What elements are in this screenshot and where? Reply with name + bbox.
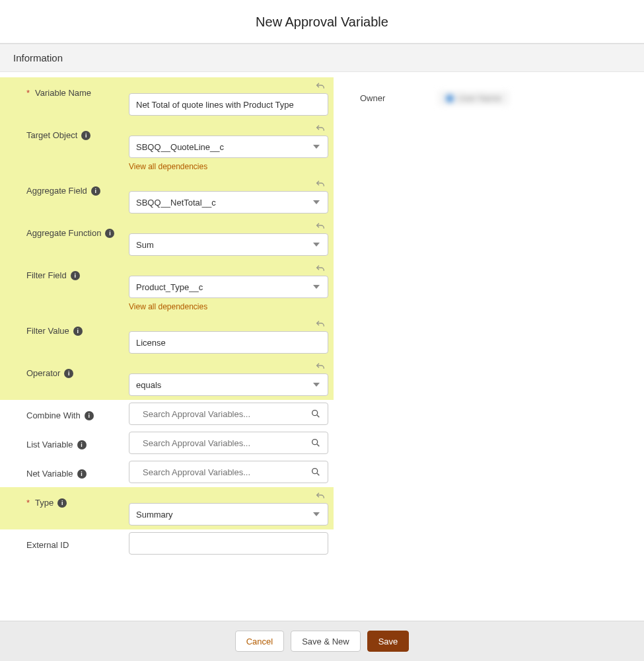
net-variable-lookup[interactable]: [129, 461, 328, 483]
aggregate-function-value: Sum: [136, 240, 154, 250]
row-owner: Owner User Name: [360, 91, 631, 106]
search-icon: [310, 408, 321, 419]
label-aggregate-field: Aggregate Field: [26, 186, 87, 196]
list-variable-input[interactable]: [136, 432, 310, 453]
avatar: [446, 95, 454, 102]
label-external-id: External ID: [26, 540, 69, 550]
info-icon[interactable]: i: [81, 131, 90, 140]
row-type: * Type i Summary: [0, 487, 334, 529]
required-mark: *: [26, 498, 30, 508]
undo-icon[interactable]: [315, 362, 326, 372]
info-icon[interactable]: i: [77, 440, 87, 449]
operator-select[interactable]: equals: [129, 373, 328, 396]
form-body: * Variable Name Target Object i: [0, 72, 644, 598]
target-object-value: SBQQ__QuoteLine__c: [136, 142, 224, 152]
label-filter-value: Filter Value: [26, 326, 69, 336]
label-owner: Owner: [360, 93, 385, 103]
label-operator: Operator: [26, 368, 60, 378]
list-variable-lookup[interactable]: [129, 432, 328, 454]
target-object-select[interactable]: SBQQ__QuoteLine__c: [129, 136, 328, 158]
svg-line-3: [317, 444, 319, 446]
chevron-down-icon: [313, 243, 320, 247]
row-list-variable: List Variable i: [0, 429, 334, 458]
net-variable-input[interactable]: [136, 461, 310, 483]
row-filter-field: Filter Field i Product_Type__c View all …: [0, 260, 334, 315]
undo-icon[interactable]: [315, 179, 326, 190]
row-operator: Operator i equals: [0, 358, 334, 400]
svg-point-0: [312, 410, 318, 416]
external-id-input[interactable]: [129, 532, 328, 555]
filter-field-select[interactable]: Product_Type__c: [129, 276, 328, 298]
undo-icon[interactable]: [315, 81, 326, 92]
row-aggregate-field: Aggregate Field i SBQQ__NetTotal__c: [0, 175, 334, 217]
row-variable-name: * Variable Name: [0, 77, 334, 120]
info-icon[interactable]: i: [73, 327, 83, 336]
info-icon[interactable]: i: [91, 186, 100, 196]
row-filter-value: Filter Value i: [0, 315, 334, 358]
label-aggregate-function: Aggregate Function: [26, 228, 101, 238]
row-aggregate-function: Aggregate Function i Sum: [0, 217, 334, 260]
row-target-object: Target Object i SBQQ__QuoteLine__c View …: [0, 120, 334, 175]
svg-line-1: [317, 415, 319, 417]
info-icon[interactable]: i: [77, 469, 87, 479]
undo-icon[interactable]: [315, 264, 326, 274]
operator-value: equals: [136, 380, 161, 390]
svg-line-5: [317, 473, 319, 475]
view-dependencies-link[interactable]: View all dependencies: [129, 162, 207, 171]
chevron-down-icon: [313, 383, 320, 387]
filter-value-input[interactable]: [129, 331, 328, 354]
owner-value: User Name: [438, 91, 509, 106]
type-select[interactable]: Summary: [129, 503, 328, 525]
aggregate-function-select[interactable]: Sum: [129, 233, 328, 256]
undo-icon[interactable]: [315, 221, 326, 232]
combine-with-input[interactable]: [136, 403, 310, 424]
undo-icon[interactable]: [315, 491, 326, 502]
info-icon[interactable]: i: [64, 369, 73, 378]
view-dependencies-link[interactable]: View all dependencies: [129, 302, 207, 311]
row-net-variable: Net Variable i: [0, 458, 334, 487]
combine-with-lookup[interactable]: [129, 403, 328, 425]
svg-point-4: [312, 469, 318, 474]
filter-field-value: Product_Type__c: [136, 282, 203, 292]
chevron-down-icon: [313, 512, 320, 516]
row-external-id: External ID: [0, 529, 334, 559]
label-target-object: Target Object: [26, 130, 77, 140]
info-icon[interactable]: i: [85, 411, 94, 420]
label-filter-field: Filter Field: [26, 270, 67, 280]
type-value: Summary: [136, 510, 173, 520]
label-type: Type: [35, 498, 54, 508]
chevron-down-icon: [313, 285, 320, 289]
search-icon: [310, 438, 321, 448]
undo-icon[interactable]: [315, 319, 326, 330]
required-mark: *: [26, 88, 30, 98]
variable-name-input[interactable]: [129, 93, 328, 116]
info-icon[interactable]: i: [71, 271, 80, 280]
svg-point-2: [312, 440, 318, 445]
search-icon: [310, 467, 321, 477]
info-icon[interactable]: i: [105, 229, 114, 238]
section-header-information: Information: [0, 44, 644, 72]
label-list-variable: List Variable: [26, 440, 73, 449]
chevron-down-icon: [313, 200, 320, 204]
row-combine-with: Combine With i: [0, 400, 334, 429]
page-title: New Approval Variable: [0, 0, 644, 43]
label-combine-with: Combine With: [26, 410, 81, 420]
undo-icon[interactable]: [315, 124, 326, 134]
aggregate-field-value: SBQQ__NetTotal__c: [136, 198, 216, 208]
aggregate-field-select[interactable]: SBQQ__NetTotal__c: [129, 191, 328, 214]
label-net-variable: Net Variable: [26, 469, 73, 479]
info-icon[interactable]: i: [57, 498, 67, 508]
label-variable-name: Variable Name: [35, 88, 91, 98]
chevron-down-icon: [313, 145, 320, 149]
owner-name: User Name: [458, 93, 501, 103]
